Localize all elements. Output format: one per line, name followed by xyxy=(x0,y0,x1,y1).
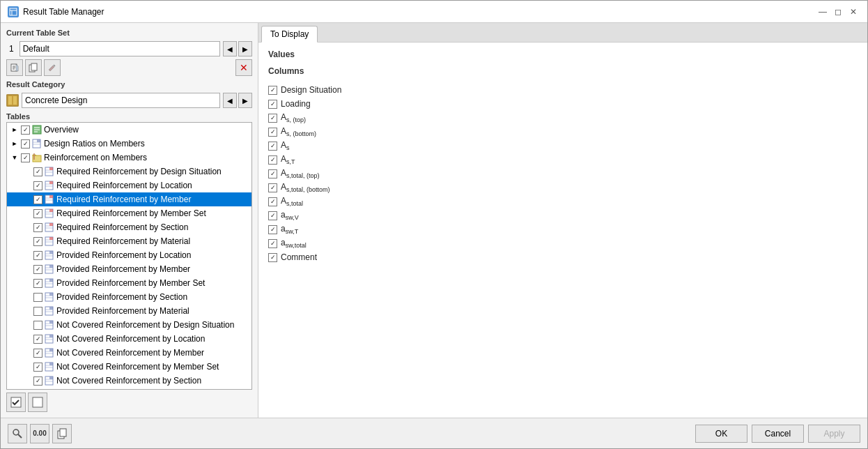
to-display-tab[interactable]: To Display xyxy=(261,26,318,43)
tree-item-req-by-location[interactable]: Required Reinforcement by Location xyxy=(7,178,251,192)
tree-item-nc-by-section[interactable]: Not Covered Reinforcement by Section xyxy=(7,374,251,388)
svg-rect-9 xyxy=(31,63,37,70)
values-button[interactable]: 0.00 xyxy=(30,424,49,443)
tree-item-prov-by-material[interactable]: Provided Reinforcement by Material xyxy=(7,304,251,318)
column-checkbox-as-bottom[interactable] xyxy=(268,128,277,137)
column-item-asw-t: asw,T xyxy=(268,222,858,236)
tree-item-nc-by-member-set[interactable]: Not Covered Reinforcement by Member Set xyxy=(7,360,251,374)
delete-table-set-button[interactable]: ✕ xyxy=(235,59,252,76)
expand-icon[interactable]: ► xyxy=(10,139,20,149)
column-item-comment: Comment xyxy=(268,250,858,264)
tree-checkbox[interactable] xyxy=(33,349,42,358)
column-label-as-bottom: As, (bottom) xyxy=(281,126,316,137)
tree-item-reinforcement-members[interactable]: ▼Reinforcement on Members xyxy=(7,151,251,165)
title-bar: Result Table Manager — ◻ ✕ xyxy=(1,1,867,23)
tree-checkbox[interactable] xyxy=(33,237,42,246)
tree-item-prov-by-member[interactable]: Provided Reinforcement by Member xyxy=(7,262,251,276)
column-checkbox-as-total[interactable] xyxy=(268,197,277,206)
result-category-row: Concrete Design ◀ ▶ xyxy=(6,93,252,108)
search-button[interactable] xyxy=(8,424,27,443)
minimize-button[interactable]: — xyxy=(816,5,830,19)
tree-item-req-by-member[interactable]: Required Reinforcement by Member xyxy=(7,192,251,206)
cancel-button[interactable]: Cancel xyxy=(752,425,804,443)
copy-button[interactable] xyxy=(52,424,72,443)
column-item-as-bottom: As, (bottom) xyxy=(268,125,858,139)
tree-item-nc-by-member[interactable]: Not Covered Reinforcement by Member xyxy=(7,346,251,360)
tree-checkbox[interactable] xyxy=(33,321,42,330)
column-checkbox-as-t[interactable] xyxy=(268,155,277,165)
column-label-as: As xyxy=(281,140,290,151)
table-set-prev-button[interactable]: ◀ xyxy=(223,41,237,56)
tree-item-req-by-section[interactable]: Required Reinforcement by Section xyxy=(7,220,251,234)
tree-item-nc-by-design[interactable]: Not Covered Reinforcement by Design Situ… xyxy=(7,318,251,332)
ok-button[interactable]: OK xyxy=(695,425,747,443)
result-category-prev-button[interactable]: ◀ xyxy=(223,93,237,108)
window: Result Table Manager — ◻ ✕ Current Table… xyxy=(0,0,868,449)
column-checkbox-comment[interactable] xyxy=(268,253,277,262)
tree-checkbox[interactable] xyxy=(33,265,42,274)
expand-icon[interactable]: ► xyxy=(10,125,20,135)
tree-item-overview[interactable]: ►Overview xyxy=(7,123,251,137)
column-item-design-situation: Design Situation xyxy=(268,83,858,97)
column-checkbox-as-top[interactable] xyxy=(268,114,277,123)
right-panel: To Display Values Columns Design Situati… xyxy=(258,23,867,418)
check-all-button[interactable] xyxy=(6,393,26,412)
tree-node-icon xyxy=(45,195,54,204)
tree-item-prov-by-member-set[interactable]: Provided Reinforcement by Member Set xyxy=(7,276,251,290)
column-checkbox-asw-v[interactable] xyxy=(268,211,277,220)
tree-checkbox[interactable] xyxy=(33,335,42,344)
tree-item-prov-by-location[interactable]: Provided Reinforcement by Location xyxy=(7,248,251,262)
column-item-as-top: As, (top) xyxy=(268,111,858,125)
apply-button[interactable]: Apply xyxy=(808,425,860,443)
column-checkbox-asw-t[interactable] xyxy=(268,225,277,234)
tree-checkbox[interactable] xyxy=(21,153,30,162)
result-category-next-button[interactable]: ▶ xyxy=(238,93,252,108)
maximize-button[interactable]: ◻ xyxy=(831,5,845,19)
tree-bottom-toolbar xyxy=(6,390,252,412)
tree-checkbox[interactable] xyxy=(33,363,42,372)
tree-item-design-ratios[interactable]: ►Design Ratios on Members xyxy=(7,137,251,151)
tree-checkbox[interactable] xyxy=(33,293,42,302)
uncheck-all-button[interactable] xyxy=(28,393,47,412)
expand-icon[interactable]: ▼ xyxy=(10,153,20,162)
svg-rect-30 xyxy=(49,181,53,184)
column-checkbox-as-total-top[interactable] xyxy=(268,169,277,178)
tree-checkbox[interactable] xyxy=(33,279,42,288)
result-category-dropdown[interactable]: Concrete Design xyxy=(22,93,220,108)
tree-checkbox[interactable] xyxy=(33,167,42,176)
tree-checkbox[interactable] xyxy=(21,125,30,135)
edit-table-set-button[interactable] xyxy=(44,59,61,76)
tree-item-req-by-design[interactable]: Required Reinforcement by Design Situati… xyxy=(7,165,251,178)
tree-checkbox[interactable] xyxy=(33,223,42,232)
tree-checkbox[interactable] xyxy=(33,307,42,316)
tree-item-req-by-member-set[interactable]: Required Reinforcement by Member Set xyxy=(7,206,251,220)
tree-checkbox[interactable] xyxy=(33,251,42,260)
tab-bar: To Display xyxy=(258,23,867,43)
tree-checkbox[interactable] xyxy=(33,376,42,386)
close-button[interactable]: ✕ xyxy=(846,5,860,19)
svg-rect-11 xyxy=(8,96,12,105)
tree-checkbox[interactable] xyxy=(33,181,42,190)
tree-item-label: Required Reinforcement by Location xyxy=(56,181,192,190)
expand-icon xyxy=(22,195,32,204)
column-item-as-t: As,T xyxy=(268,153,858,167)
tree-checkbox[interactable] xyxy=(33,209,42,218)
column-checkbox-design-situation[interactable] xyxy=(268,86,277,95)
copy-table-set-button[interactable] xyxy=(25,59,42,76)
expand-icon xyxy=(22,181,32,190)
column-checkbox-loading[interactable] xyxy=(268,100,277,109)
tree-item-nc-by-location[interactable]: Not Covered Reinforcement by Location xyxy=(7,332,251,346)
column-checkbox-as[interactable] xyxy=(268,142,277,151)
tree-item-req-by-material[interactable]: Required Reinforcement by Material xyxy=(7,234,251,248)
table-set-next-button[interactable]: ▶ xyxy=(238,41,252,56)
tree-checkbox[interactable] xyxy=(21,139,30,149)
tree-item-label: Required Reinforcement by Member xyxy=(56,195,191,204)
column-checkbox-as-total-bottom[interactable] xyxy=(268,183,277,192)
table-set-dropdown[interactable]: Default xyxy=(20,41,220,56)
new-table-set-button[interactable] xyxy=(6,59,23,76)
tree-item-label: Reinforcement on Members xyxy=(44,153,147,162)
tree-item-prov-by-section[interactable]: Provided Reinforcement by Section xyxy=(7,290,251,304)
column-item-loading: Loading xyxy=(268,97,858,111)
column-checkbox-asw-total[interactable] xyxy=(268,239,277,248)
tree-checkbox[interactable] xyxy=(33,195,42,204)
